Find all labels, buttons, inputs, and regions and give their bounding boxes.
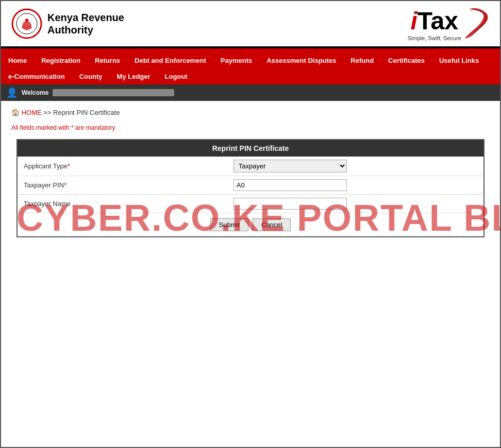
nav-certificates[interactable]: Certificates (381, 53, 432, 68)
nav-useful-links[interactable]: Useful Links (432, 53, 486, 68)
reprint-pin-form-box: Reprint PIN Certificate Applicant Type* … (16, 139, 485, 237)
taxpayer-name-input[interactable] (233, 198, 347, 210)
breadcrumb-home-link[interactable]: HOME (22, 109, 42, 116)
itax-logo: iTax Simple, Swift, Secure (407, 6, 490, 41)
taxpayer-pin-row: Taxpayer PIN* (18, 176, 483, 195)
page-content: 🏠 HOME >> Reprint PIN Certificate All fi… (1, 101, 500, 245)
main-nav: Home Registration Returns Debt and Enfor… (1, 53, 500, 84)
form-title: Reprint PIN Certificate (18, 140, 483, 157)
kra-logo: Kenya Revenue Authority (11, 8, 124, 39)
taxpayer-name-label: Taxpayer Name (18, 195, 227, 213)
cancel-button[interactable]: Cancel (253, 218, 291, 231)
breadcrumb-separator: >> (43, 109, 51, 116)
itax-tagline: Simple, Swift, Secure (407, 35, 461, 41)
welcome-label: Welcome (22, 89, 48, 96)
form-buttons: Submit Cancel (18, 213, 483, 236)
user-icon: 👤 (6, 87, 18, 98)
breadcrumb-current-page: Reprint PIN Certificate (53, 109, 120, 116)
breadcrumb: 🏠 HOME >> Reprint PIN Certificate (11, 109, 490, 116)
itax-brand-text: Tax (417, 7, 458, 35)
taxpayer-pin-label: Taxpayer PIN* (18, 176, 227, 195)
nav-home[interactable]: Home (1, 53, 34, 68)
nav-ecommunication[interactable]: e-Communication (1, 68, 72, 84)
taxpayer-pin-cell (227, 176, 483, 195)
itax-swoosh-icon (464, 6, 490, 41)
red-stripe (1, 48, 500, 53)
form-table: Applicant Type* Taxpayer Tax Agent Taxpa… (18, 157, 483, 213)
welcome-user-info: ████████████ ████ ██████████ (53, 89, 174, 96)
nav-assessment-disputes[interactable]: Assessment Disputes (259, 53, 343, 68)
nav-payments[interactable]: Payments (213, 53, 259, 68)
nav-returns[interactable]: Returns (88, 53, 127, 68)
taxpayer-name-cell (227, 195, 483, 213)
home-icon: 🏠 (11, 109, 20, 116)
nav-logout[interactable]: Logout (158, 68, 195, 84)
applicant-type-label: Applicant Type* (18, 157, 227, 176)
itax-i: i (410, 7, 417, 35)
kra-shield-icon (11, 8, 42, 39)
kra-title: Kenya Revenue Authority (47, 11, 124, 36)
nav-my-ledger[interactable]: My Ledger (110, 68, 158, 84)
applicant-type-row: Applicant Type* Taxpayer Tax Agent (18, 157, 483, 176)
nav-county[interactable]: County (72, 68, 110, 84)
submit-button[interactable]: Submit (210, 218, 248, 231)
taxpayer-name-row: Taxpayer Name (18, 195, 483, 213)
nav-refund[interactable]: Refund (343, 53, 381, 68)
welcome-bar: 👤 Welcome ████████████ ████ ██████████ (1, 84, 500, 101)
nav-debt-enforcement[interactable]: Debt and Enforcement (127, 53, 213, 68)
mandatory-note: All fields marked with * are mandatory (11, 124, 490, 131)
nav-registration[interactable]: Registration (34, 53, 88, 68)
taxpayer-pin-input[interactable] (233, 179, 347, 191)
applicant-type-select[interactable]: Taxpayer Tax Agent (233, 160, 347, 173)
applicant-type-cell: Taxpayer Tax Agent (227, 157, 483, 176)
